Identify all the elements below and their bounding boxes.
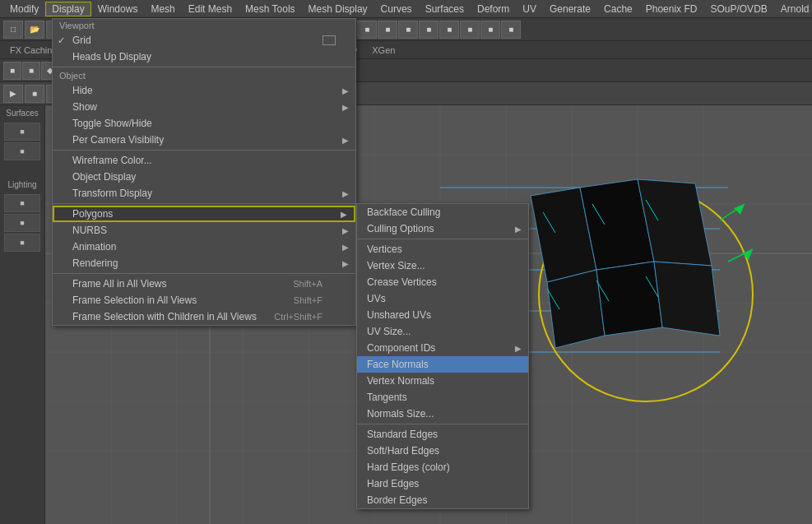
menu-phoenix[interactable]: Phoenix FD	[639, 2, 704, 16]
divider-3	[53, 203, 355, 204]
polygons-submenu: Backface Culling Culling Options ▶ Verti…	[356, 203, 529, 509]
grid-option-box[interactable]	[322, 35, 336, 45]
menu-arnold[interactable]: Arnold	[774, 2, 812, 16]
divider-4	[53, 273, 355, 274]
left-btn-5[interactable]: ■	[4, 234, 40, 252]
poly-component-ids[interactable]: Component IDs ▶	[357, 340, 528, 356]
section-header-viewport: Viewport	[53, 19, 355, 32]
menu-grid[interactable]: ✓ Grid	[53, 32, 355, 49]
toolbar-btn-open[interactable]: 📂	[25, 21, 44, 39]
transform-arrow: ▶	[342, 189, 349, 198]
menu-per-camera[interactable]: Per Camera Visibility ▶	[53, 132, 355, 148]
culling-options-arrow: ▶	[515, 225, 522, 234]
menu-polygons[interactable]: Polygons ▶	[53, 206, 355, 222]
menu-edit-mesh[interactable]: Edit Mesh	[182, 2, 239, 16]
poly-hard-edges[interactable]: Hard Edges	[357, 475, 528, 492]
menu-surfaces[interactable]: Surfaces	[419, 2, 471, 16]
menu-frame-selection[interactable]: Frame Selection in All Views Shift+F	[53, 292, 355, 308]
svg-line-38	[547, 289, 559, 309]
render-btn-2[interactable]: ■	[378, 21, 397, 39]
left-btn-4[interactable]: ■	[4, 214, 40, 232]
menu-soup[interactable]: SOuP/OVDB	[703, 2, 773, 16]
menu-object-display[interactable]: Object Display	[53, 169, 355, 185]
menu-uv[interactable]: UV	[516, 2, 543, 16]
vp-film-btn[interactable]: ■	[25, 85, 44, 103]
per-camera-arrow: ▶	[342, 136, 349, 145]
menu-frame-children[interactable]: Frame Selection with Children in All Vie…	[53, 308, 355, 325]
poly-hard-edges-color[interactable]: Hard Edges (color)	[357, 459, 528, 475]
svg-line-37	[646, 200, 658, 220]
menu-curves[interactable]: Curves	[374, 2, 419, 16]
poly-normals-size[interactable]: Normals Size...	[357, 406, 528, 422]
render-btn-1[interactable]: ■	[357, 21, 377, 39]
poly-vertex-size[interactable]: Vertex Size...	[357, 257, 528, 274]
left-btn-3[interactable]: ■	[4, 194, 40, 212]
section-header-object: Object	[53, 69, 355, 82]
menu-animation[interactable]: Animation ▶	[53, 239, 355, 255]
svg-line-35	[543, 212, 555, 233]
poly-vertex-normals[interactable]: Vertex Normals	[357, 373, 528, 389]
svg-line-36	[592, 204, 605, 225]
render-btn-3[interactable]: ■	[398, 21, 418, 39]
animation-arrow: ▶	[342, 243, 349, 252]
divider-1	[53, 67, 355, 67]
menu-mesh-tools[interactable]: Mesh Tools	[239, 2, 301, 16]
menu-wireframe-color[interactable]: Wireframe Color...	[53, 152, 355, 169]
display-menu-dropdown: Viewport ✓ Grid Heads Up Display Object …	[52, 18, 356, 326]
menu-hide[interactable]: Hide ▶	[53, 82, 355, 99]
grid-checkmark: ✓	[58, 35, 65, 46]
menu-mesh[interactable]: Mesh	[144, 2, 181, 16]
poly-tangents[interactable]: Tangents	[357, 389, 528, 406]
render-btn-6[interactable]: ■	[460, 21, 480, 39]
poly-soft-hard-edges[interactable]: Soft/Hard Edges	[357, 443, 528, 459]
render-btn-4[interactable]: ■	[419, 21, 438, 39]
menu-windows[interactable]: Windows	[91, 2, 145, 16]
menu-modify[interactable]: Modify	[3, 2, 45, 16]
toolbar-btn-new[interactable]: □	[3, 21, 23, 39]
menu-generate[interactable]: Generate	[543, 2, 597, 16]
menu-nurbs[interactable]: NURBS ▶	[53, 222, 355, 239]
menu-toggle-show-hide[interactable]: Toggle Show/Hide	[53, 115, 355, 132]
poly-standard-edges[interactable]: Standard Edges	[357, 426, 528, 443]
menu-deform[interactable]: Deform	[471, 2, 516, 16]
svg-line-40	[646, 276, 658, 297]
component-ids-arrow: ▶	[515, 344, 522, 353]
poly-divider-2	[357, 424, 528, 424]
divider-2	[53, 150, 355, 151]
poly-vertices[interactable]: Vertices	[357, 241, 528, 257]
shelf-btn-2[interactable]: ■	[22, 62, 40, 80]
polygons-arrow: ▶	[341, 210, 347, 219]
menu-cache[interactable]: Cache	[597, 2, 639, 16]
tab-xgen[interactable]: XGen	[365, 44, 401, 57]
vp-cam-btn[interactable]: ▶	[3, 85, 23, 103]
poly-divider-1	[357, 239, 528, 239]
nurbs-arrow: ▶	[342, 226, 349, 235]
poly-unshared-uvs[interactable]: Unshared UVs	[357, 307, 528, 323]
menu-rendering[interactable]: Rendering ▶	[53, 255, 355, 271]
poly-crease-vertices[interactable]: Crease Vertices	[357, 274, 528, 290]
menu-heads-up-display[interactable]: Heads Up Display	[53, 49, 355, 65]
render-btn-8[interactable]: ■	[501, 21, 521, 39]
shelf-btn-1[interactable]: ■	[3, 62, 21, 80]
poly-face-normals[interactable]: Face Normals	[357, 356, 528, 373]
render-btn-5[interactable]: ■	[439, 21, 459, 39]
show-arrow: ▶	[342, 103, 349, 112]
render-btn-7[interactable]: ■	[480, 21, 500, 39]
poly-uv-size[interactable]: UV Size...	[357, 323, 528, 340]
poly-backface-culling[interactable]: Backface Culling	[357, 204, 528, 220]
menu-display[interactable]: Display	[45, 2, 90, 16]
hide-arrow: ▶	[342, 86, 349, 95]
menu-frame-all[interactable]: Frame All in All Views Shift+A	[53, 276, 355, 292]
left-btn-2[interactable]: ■	[4, 142, 40, 160]
rendering-arrow: ▶	[342, 259, 349, 268]
menu-transform-display[interactable]: Transform Display ▶	[53, 185, 355, 202]
left-label-lighting: Lighting	[7, 180, 36, 189]
left-panel: Surfaces ■ ■ Lighting ■ ■ ■	[0, 105, 45, 524]
poly-border-edges[interactable]: Border Edges	[357, 492, 528, 508]
left-btn-1[interactable]: ■	[4, 123, 40, 141]
poly-uvs[interactable]: UVs	[357, 290, 528, 307]
menu-mesh-display[interactable]: Mesh Display	[302, 2, 374, 16]
poly-culling-options[interactable]: Culling Options ▶	[357, 220, 528, 237]
menu-show[interactable]: Show ▶	[53, 99, 355, 115]
left-label-surfaces: Surfaces	[6, 109, 38, 118]
